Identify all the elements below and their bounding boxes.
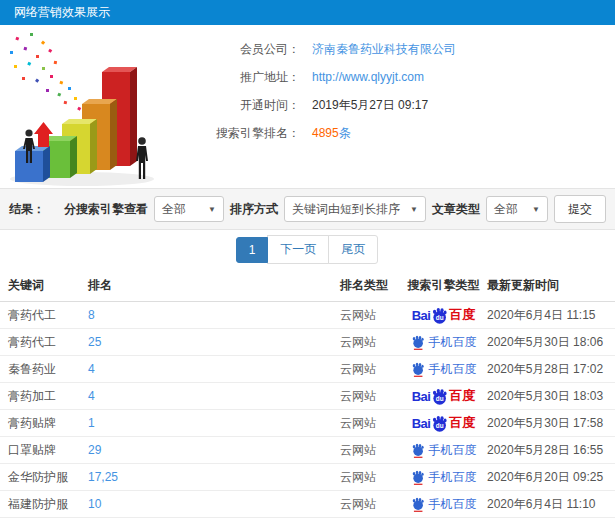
keyword-cell: 膏药代工: [0, 307, 88, 324]
businessman-right: [136, 137, 148, 179]
confetti-dots: [10, 33, 87, 111]
bar-chart-growth-illustration: [0, 25, 185, 188]
field-promo-url: 推广地址： http://www.qlyyjt.com: [185, 63, 615, 91]
rank-type-cell: 云网站: [340, 496, 400, 513]
keyword-cell: 秦鲁药业: [0, 361, 88, 378]
rank-link[interactable]: 29: [88, 443, 101, 457]
baidu-mobile-logo: 手机百度: [411, 496, 477, 513]
baidu-pc-logo: Bai du 百度: [412, 414, 476, 432]
rank-link[interactable]: 4: [88, 362, 95, 376]
mobile-baidu-paw-icon: [411, 470, 425, 485]
table-row: 福建防护服 10 云网站 Bai du 百度: [0, 491, 615, 518]
baidu-logo-bai-text: Bai: [412, 389, 431, 404]
promo-url-value[interactable]: http://www.qlyyjt.com: [312, 70, 424, 84]
rank-type-cell: 云网站: [340, 361, 400, 378]
engine-view-label: 分搜索引擎查看: [64, 201, 148, 218]
results-table: 关键词 排名 排名类型 搜索引擎类型 最新更新时间 膏药代工 8 云网站 Bai…: [0, 269, 615, 520]
updated-cell: 2020年5月30日 17:58: [487, 415, 615, 432]
page-button-current[interactable]: 1: [236, 237, 269, 263]
baidu-mobile-logo: 手机百度: [411, 469, 477, 486]
rank-type-cell: 云网站: [340, 388, 400, 405]
engine-type-cell: Bai du 百度: [400, 334, 487, 351]
rank-type-cell: 云网站: [340, 334, 400, 351]
baidu-mobile-logo: 手机百度: [411, 361, 477, 378]
mobile-baidu-label: 手机百度: [429, 496, 477, 513]
updated-cell: 2020年5月30日 18:03: [487, 388, 615, 405]
next-page-button[interactable]: 下一页: [267, 235, 329, 264]
engine-rank-count-value: 4895条: [312, 125, 351, 142]
rank-type-cell: 云网站: [340, 469, 400, 486]
mobile-baidu-paw-icon: [411, 362, 425, 377]
keyword-cell: 膏药贴牌: [0, 415, 88, 432]
field-open-time: 开通时间： 2019年5月27日 09:17: [185, 91, 615, 119]
header-rank: 排名: [88, 277, 340, 294]
table-row: 膏药贴牌 1 云网站 Bai du 百度: [0, 410, 615, 437]
baidu-logo-bai-text: Bai: [412, 416, 431, 431]
rank-link[interactable]: 17,25: [88, 470, 118, 484]
table-body: 膏药代工 8 云网站 Bai du 百度: [0, 302, 615, 520]
article-type-select[interactable]: 全部 ▼: [486, 196, 548, 222]
baidu-paw-icon: du: [431, 415, 448, 432]
rank-type-cell: 云网站: [340, 442, 400, 459]
baidu-logo-cn-text: 百度: [449, 387, 475, 405]
updated-cell: 2020年5月30日 18:06: [487, 334, 615, 351]
sort-select[interactable]: 关键词由短到长排序 ▼: [284, 196, 426, 222]
keyword-cell: 金华防护服: [0, 469, 88, 486]
rank-link[interactable]: 8: [88, 308, 95, 322]
field-member-company: 会员公司： 济南秦鲁药业科技有限公司: [185, 35, 615, 63]
title-bar: 网络营销效果展示: [0, 0, 615, 25]
table-row: 膏药加工 4 云网站 Bai du 百度: [0, 383, 615, 410]
rank-count-number: 4895: [312, 126, 339, 140]
updated-cell: 2020年6月20日 09:25: [487, 469, 615, 486]
mobile-baidu-label: 手机百度: [429, 334, 477, 351]
engine-type-cell: Bai du 百度: [400, 387, 487, 405]
svg-text:du: du: [436, 421, 444, 428]
keyword-cell: 膏药加工: [0, 388, 88, 405]
submit-button[interactable]: 提交: [554, 195, 606, 223]
engine-type-cell: Bai du 百度: [400, 361, 487, 378]
engine-type-cell: Bai du 百度: [400, 496, 487, 513]
updated-cell: 2020年6月4日 11:15: [487, 307, 615, 324]
engine-type-cell: Bai du 百度: [400, 469, 487, 486]
keyword-cell: 福建防护服: [0, 496, 88, 513]
page-title: 网络营销效果展示: [14, 5, 110, 19]
member-company-value[interactable]: 济南秦鲁药业科技有限公司: [312, 41, 456, 58]
baidu-logo-bai-text: Bai: [412, 308, 431, 323]
updated-cell: 2020年5月28日 17:02: [487, 361, 615, 378]
updated-cell: 2020年6月4日 11:10: [487, 496, 615, 513]
table-row: 膏药代工 8 云网站 Bai du 百度: [0, 302, 615, 329]
mobile-baidu-label: 手机百度: [429, 442, 477, 459]
pagination: 1 下一页 尾页: [0, 230, 615, 269]
promo-url-label: 推广地址：: [185, 69, 300, 86]
engine-rank-count-label: 搜索引擎排名：: [185, 125, 300, 142]
rank-type-cell: 云网站: [340, 415, 400, 432]
engine-type-cell: Bai du 百度: [400, 306, 487, 324]
baidu-pc-logo: Bai du 百度: [412, 387, 476, 405]
mobile-baidu-paw-icon: [411, 335, 425, 350]
rank-type-cell: 云网站: [340, 307, 400, 324]
table-header-row: 关键词 排名 排名类型 搜索引擎类型 最新更新时间: [0, 269, 615, 302]
keyword-cell: 口罩贴牌: [0, 442, 88, 459]
engine-type-cell: Bai du 百度: [400, 414, 487, 432]
field-engine-rank-count: 搜索引擎排名： 4895条: [185, 119, 615, 147]
engine-view-select[interactable]: 全部 ▼: [154, 196, 224, 222]
last-page-button[interactable]: 尾页: [328, 235, 378, 264]
sort-label: 排序方式: [230, 201, 278, 218]
sort-selected: 关键词由短到长排序: [292, 201, 400, 218]
svg-text:du: du: [436, 394, 444, 401]
rank-link[interactable]: 4: [88, 389, 95, 403]
rank-link[interactable]: 1: [88, 416, 95, 430]
member-info-section: 会员公司： 济南秦鲁药业科技有限公司 推广地址： http://www.qlyy…: [0, 25, 615, 188]
article-type-selected: 全部: [494, 201, 518, 218]
chevron-down-icon: ▼: [402, 205, 418, 214]
mobile-baidu-paw-icon: [411, 443, 425, 458]
baidu-paw-icon: du: [431, 388, 448, 405]
3d-bar-chart-image: [2, 29, 180, 187]
mobile-baidu-label: 手机百度: [429, 469, 477, 486]
rank-count-unit[interactable]: 条: [339, 126, 351, 140]
table-row: 口罩贴牌 29 云网站 Bai du 百度: [0, 437, 615, 464]
baidu-pc-logo: Bai du 百度: [412, 306, 476, 324]
member-company-label: 会员公司：: [185, 41, 300, 58]
rank-link[interactable]: 25: [88, 335, 101, 349]
rank-link[interactable]: 10: [88, 497, 101, 511]
